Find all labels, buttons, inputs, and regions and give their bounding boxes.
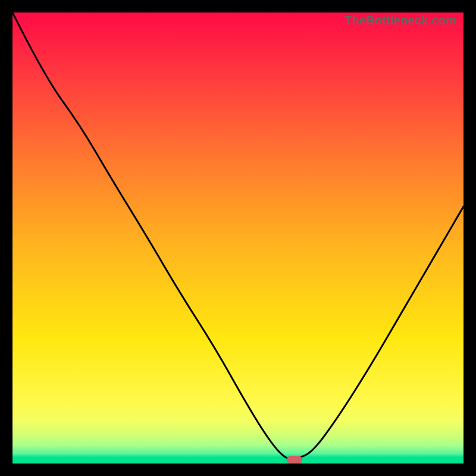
plot-area: TheBottleneck.com (12, 12, 464, 464)
curve-line (12, 12, 464, 464)
curve-path (12, 12, 464, 459)
min-marker (287, 456, 302, 464)
chart-frame: TheBottleneck.com (0, 0, 476, 476)
